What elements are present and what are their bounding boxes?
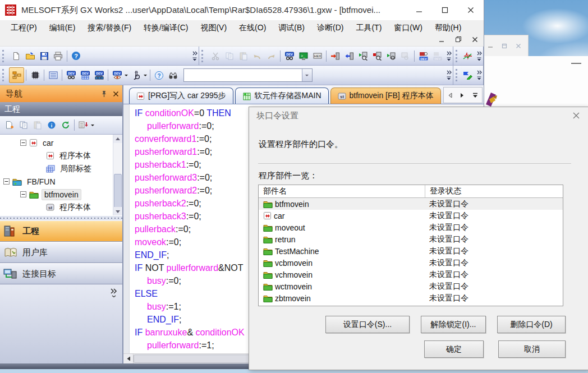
column-header-name[interactable]: 部件名 [259,186,425,196]
paste-button[interactable] [236,49,250,63]
dev-network-button[interactable]: DEV [92,68,106,82]
menu-item-7[interactable]: 调试(B) [272,20,311,35]
toolbar-grip[interactable] [201,50,206,62]
chart-tool-button[interactable] [461,49,475,63]
refresh-button[interactable] [58,118,72,132]
delete-password-button[interactable]: 删除口令(D) [497,316,566,333]
toolbar-overflow-chevron[interactable] [475,66,484,85]
scroll-down-icon[interactable] [113,207,122,215]
dev-eye-dropdown-icon[interactable] [125,75,128,78]
sort-button[interactable] [76,118,90,132]
dialog-close-icon[interactable] [572,112,580,119]
dev-table-button[interactable]: DEV [78,68,92,82]
component-row-wctmovein[interactable]: wctmovein未设置口令 [259,280,563,292]
toolbar-overflow-chevron[interactable] [475,47,484,65]
binoculars-button[interactable] [166,68,180,82]
scroll-tabs-left-icon[interactable] [448,93,452,98]
monitor-watch-button[interactable] [384,49,398,63]
copy-button[interactable] [16,118,30,132]
scroll-up-icon[interactable] [113,135,122,143]
tree-item-局部标签[interactable]: 局部标签 [0,214,122,215]
cut-button[interactable] [208,49,222,63]
toolbar-grip[interactable] [456,50,459,62]
nav-close-icon[interactable] [113,91,119,97]
save-button[interactable] [37,49,51,63]
menu-item-11[interactable]: 帮助(H) [429,20,467,35]
menu-item-6[interactable]: 在线(O) [233,20,272,35]
minimize-button[interactable] [406,0,432,20]
component-row-btfmovein[interactable]: btfmovein未设置口令 [259,198,563,210]
mdi-minimize-icon[interactable] [439,36,445,43]
tab-scroll-controls[interactable] [443,87,483,103]
view-button-工程[interactable]: 工程 [0,220,122,242]
new-file-button[interactable] [9,49,23,63]
menu-item-8[interactable]: 诊断(D) [311,20,350,35]
mdi-close-icon[interactable] [472,36,478,43]
view-button-连接目标[interactable]: 连接目标 [0,263,122,284]
monitor-start-button[interactable] [356,49,370,63]
component-row-car[interactable]: car未设置口令 [259,210,563,222]
undo-button[interactable] [250,49,264,63]
toolbar-overflow-chevron[interactable] [444,66,453,85]
write-plc-button[interactable] [328,49,342,63]
unlock-button[interactable]: 解除锁定(I)... [421,316,486,333]
info-button[interactable]: i [44,118,58,132]
toolbar-grip[interactable] [456,69,459,81]
document-tab-1[interactable]: [PRG]写入 car 2995步 [129,88,233,104]
component-table[interactable]: 部件名 登录状态 btfmovein未设置口令car未设置口令moveout未设… [258,185,563,306]
menu-item-10[interactable]: 窗口(W) [388,20,429,35]
tree-item-FB/FUN[interactable]: FB/FUN [0,175,122,188]
dev-find-button[interactable]: DEV [64,68,78,82]
toolbar-overflow-chevron[interactable] [444,47,453,65]
document-tab-2[interactable]: 软元件存储器MAIN [235,88,329,104]
read-plc-button[interactable] [342,49,356,63]
menu-item-5[interactable]: 视图(V) [194,20,233,35]
mdi-restore-icon[interactable] [455,36,462,43]
combobox-dropdown-icon[interactable] [302,69,312,81]
menu-item-9[interactable]: 工具(T) [350,20,388,35]
column-header-status[interactable]: 登录状态 [425,185,563,197]
paste-button[interactable] [30,118,44,132]
menu-item-4[interactable]: 转换/编译(C) [137,20,194,35]
print-button[interactable] [51,49,65,63]
dev-register-button[interactable]: DEV [416,49,430,63]
collapse-icon[interactable] [20,140,26,146]
sort-dropdown-icon[interactable] [91,125,94,128]
help-button[interactable]: ? [69,49,83,63]
dev-find-button[interactable]: DEV [282,49,296,63]
device-combobox[interactable] [183,68,313,82]
desktop-shortcut-icon[interactable] [481,89,502,109]
label-edit-button[interactable] [461,68,475,82]
set-password-button[interactable]: 设置口令(S)... [325,316,410,333]
copy-button[interactable] [222,49,236,63]
menu-item-3[interactable]: 搜索/替换(F) [81,20,137,35]
tree-item-程序本体[interactable]: 程序本体 [0,149,122,162]
dev-unregister-button[interactable]: DEV [430,49,444,63]
component-row-retrun[interactable]: retrun未设置口令 [259,233,563,245]
tab-list-icon[interactable] [472,93,478,98]
pin-icon[interactable] [100,90,107,98]
more-views-icon[interactable] [110,288,118,298]
hex-monitor-button[interactable]: HEX [310,49,324,63]
toolbar-grip[interactable] [2,69,7,81]
component-row-moveout[interactable]: moveout未设置口令 [259,222,563,233]
close-button[interactable] [458,0,484,20]
screen-monitor-button[interactable]: >_ [296,49,310,63]
document-tab-3[interactable]: stbtfmovein [FB] 程序本体 [330,88,441,104]
component-row-vchmovein[interactable]: vchmovein未设置口令 [259,269,563,280]
ok-button[interactable]: 确定 [424,340,484,358]
tree-item-btfmovein[interactable]: btfmovein [0,188,122,201]
open-folder-button[interactable] [23,49,37,63]
toolbar-grip[interactable] [2,50,7,62]
monitor-stop-button[interactable] [370,49,384,63]
help-tip-button[interactable]: ? [152,68,166,82]
panel-splitter[interactable] [0,215,122,220]
collapse-icon[interactable] [20,191,26,197]
bg-close-icon[interactable] [516,43,521,49]
project-view-button[interactable] [9,67,24,83]
bg-minimize-icon[interactable] [488,43,493,49]
tree-item-car[interactable]: car [0,136,122,149]
component-row-zbtmovein[interactable]: zbtmovein未设置口令 [259,292,563,304]
bg-maximize-icon[interactable] [502,43,507,49]
redo-button[interactable] [264,49,278,63]
